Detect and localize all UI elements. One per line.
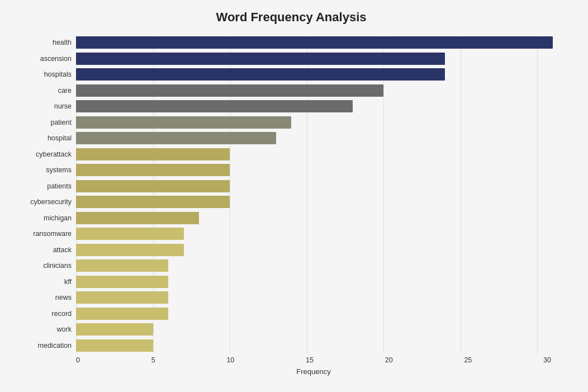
bar-row — [76, 290, 568, 306]
bar — [76, 84, 383, 97]
y-label: michigan — [44, 215, 72, 222]
bar — [76, 339, 153, 352]
y-label: hospital — [48, 135, 72, 142]
y-label: cybersecurity — [30, 199, 72, 206]
x-axis: 051015202530 Frequency — [76, 356, 551, 376]
y-label: kff — [64, 278, 72, 286]
bar — [76, 180, 230, 192]
bar-row — [76, 226, 568, 242]
y-label: hospitals — [44, 71, 72, 78]
x-tick: 15 — [306, 356, 314, 364]
bar — [76, 116, 291, 129]
y-label: patient — [50, 119, 72, 126]
bar-row — [76, 194, 568, 210]
bar — [76, 323, 153, 336]
bar-row — [76, 147, 568, 163]
bar-row — [76, 258, 568, 274]
y-label: health — [53, 39, 72, 46]
x-tick: 10 — [226, 356, 234, 364]
bar-row — [76, 130, 568, 147]
bar-row — [76, 322, 568, 338]
bar — [76, 244, 184, 256]
chart-container: Word Frequency Analysis healthascensionh… — [3, 2, 585, 390]
bar — [76, 53, 445, 65]
y-label: clinicians — [43, 262, 72, 270]
bar-row — [76, 242, 568, 258]
y-label: record — [52, 310, 72, 318]
bar-row — [76, 35, 568, 51]
x-tick: 30 — [543, 356, 551, 364]
y-label: cyberattack — [36, 151, 72, 158]
bar — [76, 36, 553, 49]
x-tick: 0 — [76, 356, 80, 364]
bar — [76, 259, 168, 272]
bars-area — [76, 35, 568, 353]
x-tick: 25 — [464, 356, 472, 364]
y-label: ascension — [40, 55, 72, 63]
y-label: patients — [47, 183, 72, 190]
bar — [76, 228, 184, 240]
bar — [76, 291, 168, 304]
bar — [76, 148, 230, 160]
bar-row — [76, 51, 568, 67]
bar-row — [76, 162, 568, 178]
bar-row — [76, 306, 568, 322]
bar — [76, 212, 199, 224]
x-axis-label: Frequency — [76, 367, 551, 376]
bar — [76, 276, 168, 288]
bar-row — [76, 67, 568, 83]
y-label: systems — [46, 167, 72, 174]
bar — [76, 308, 168, 320]
y-label: attack — [53, 247, 72, 254]
bar-row — [76, 338, 568, 354]
bar — [76, 132, 276, 144]
y-label: care — [58, 87, 72, 95]
y-label: work — [57, 326, 72, 333]
y-label: nurse — [54, 103, 72, 110]
chart-title: Word Frequency Analysis — [15, 10, 568, 25]
bar — [76, 196, 230, 208]
bar-row — [76, 274, 568, 290]
y-label: medication — [38, 342, 72, 350]
x-tick: 20 — [385, 356, 393, 364]
bar-row — [76, 115, 568, 131]
y-label: news — [55, 294, 72, 301]
bar — [76, 100, 353, 112]
bar-row — [76, 83, 568, 99]
y-label: ransomware — [33, 230, 72, 238]
x-tick: 5 — [151, 356, 155, 364]
bar — [76, 164, 230, 176]
y-labels: healthascensionhospitalscarenursepatient… — [15, 35, 76, 353]
bar-row — [76, 178, 568, 195]
bar — [76, 68, 445, 81]
bar-row — [76, 210, 568, 226]
bar-row — [76, 98, 568, 115]
